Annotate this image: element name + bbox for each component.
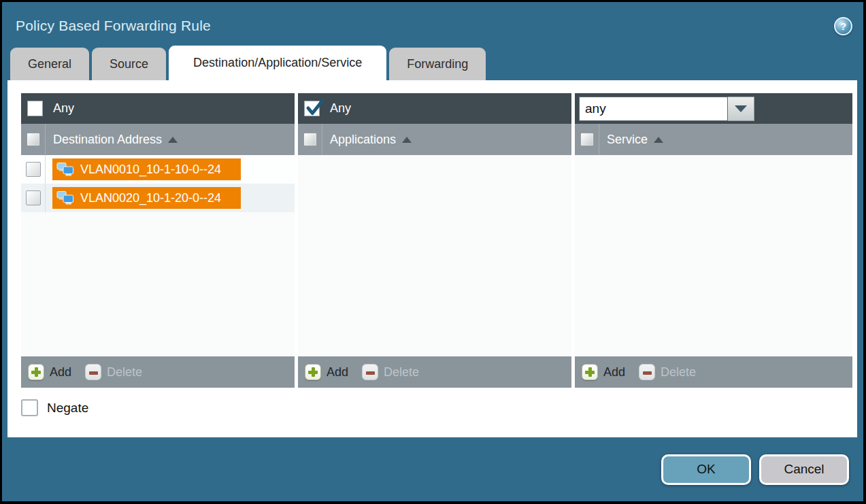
add-button-label: Add — [327, 365, 348, 380]
add-button-label: Add — [50, 365, 71, 380]
delete-button-label: Delete — [384, 365, 419, 380]
tab-forwarding[interactable]: Forwarding — [389, 48, 486, 80]
applications-header: Applications — [298, 124, 571, 155]
applications-any-checkbox[interactable] — [304, 101, 320, 116]
service-select-all-checkbox[interactable] — [580, 133, 594, 146]
table-row[interactable]: VLAN0020_10-1-20-0--24 — [21, 184, 295, 212]
dialog-title: Policy Based Forwarding Rule — [16, 18, 211, 34]
service-footer-bar: Add Delete — [575, 356, 852, 388]
cancel-button[interactable]: Cancel — [759, 454, 849, 485]
destination-address-header-label: Destination Address — [53, 133, 162, 147]
destination-delete-button[interactable]: Delete — [85, 364, 142, 380]
applications-footer-bar: Add Delete — [298, 356, 571, 388]
service-type-value[interactable]: any — [579, 97, 728, 121]
tab-bar: General Source Destination/Application/S… — [2, 46, 863, 80]
delete-icon — [85, 364, 101, 380]
row-checkbox[interactable] — [26, 190, 41, 205]
tab-content: Any Destination Address — [7, 80, 857, 437]
service-header: Service — [575, 124, 852, 155]
tab-general[interactable]: General — [10, 48, 89, 80]
row-checkbox-cell — [21, 155, 46, 184]
delete-button-label: Delete — [107, 365, 142, 380]
service-delete-button[interactable]: Delete — [639, 364, 696, 380]
applications-header-checkbox-cell — [298, 124, 322, 155]
destination-address-list: VLAN0010_10-1-10-0--24 — [21, 155, 295, 356]
destination-select-all-checkbox[interactable] — [27, 133, 40, 146]
row-checkbox-cell — [21, 184, 46, 212]
applications-any-label: Any — [330, 101, 351, 116]
service-header-label: Service — [607, 133, 648, 147]
tab-destination-application-service[interactable]: Destination/Application/Service — [169, 46, 386, 80]
dialog-action-bar: OK Cancel — [2, 437, 863, 501]
table-row[interactable]: VLAN0010_10-1-10-0--24 — [21, 155, 295, 184]
destination-add-button[interactable]: Add — [28, 364, 71, 380]
address-entry-label: VLAN0020_10-1-20-0--24 — [80, 191, 221, 205]
sort-ascending-icon — [654, 137, 663, 143]
screenshot-border: Policy Based Forwarding Rule ? General S… — [0, 0, 866, 504]
service-add-button[interactable]: Add — [582, 364, 625, 380]
destination-any-label: Any — [53, 101, 74, 116]
dialog-policy-based-forwarding-rule: Policy Based Forwarding Rule ? General S… — [2, 2, 863, 501]
dialog-titlebar: Policy Based Forwarding Rule ? — [2, 2, 863, 46]
address-entry-label: VLAN0010_10-1-10-0--24 — [80, 163, 221, 177]
service-list — [575, 155, 852, 356]
service-sort-header[interactable]: Service — [607, 133, 663, 147]
delete-icon — [362, 364, 378, 380]
row-checkbox[interactable] — [26, 162, 41, 177]
negate-checkbox[interactable] — [21, 399, 38, 416]
applications-delete-button[interactable]: Delete — [362, 364, 419, 380]
destination-header-checkbox-cell — [21, 124, 46, 155]
delete-button-label: Delete — [661, 365, 696, 380]
applications-any-bar: Any — [298, 93, 571, 124]
add-icon — [582, 364, 598, 380]
negate-label: Negate — [47, 401, 88, 416]
chevron-down-icon — [735, 105, 747, 112]
tab-source[interactable]: Source — [92, 48, 166, 80]
checkmark-icon — [305, 98, 325, 118]
destination-any-bar: Any — [21, 93, 295, 124]
negate-option: Negate — [21, 399, 852, 416]
applications-header-label: Applications — [330, 133, 396, 147]
destination-footer-bar: Add Delete — [21, 356, 295, 388]
three-column-layout: Any Destination Address — [21, 93, 852, 388]
add-icon — [28, 364, 44, 380]
destination-address-header: Destination Address — [21, 124, 295, 155]
sort-ascending-icon — [402, 137, 412, 143]
service-dropdown-bar: any — [575, 93, 852, 124]
add-button-label: Add — [603, 365, 625, 380]
applications-list — [298, 155, 571, 356]
address-entry-vlan0020[interactable]: VLAN0020_10-1-20-0--24 — [52, 187, 241, 209]
add-icon — [305, 364, 321, 380]
applications-add-button[interactable]: Add — [305, 364, 348, 380]
applications-sort-header[interactable]: Applications — [330, 133, 412, 147]
applications-panel: Any Applications Add — [298, 93, 571, 388]
service-type-dropdown-button[interactable] — [728, 97, 754, 121]
applications-select-all-checkbox[interactable] — [303, 133, 317, 146]
sort-ascending-icon — [168, 137, 178, 143]
service-header-checkbox-cell — [575, 124, 599, 155]
delete-icon — [639, 364, 655, 380]
network-icon — [56, 162, 74, 178]
network-icon — [56, 190, 74, 206]
destination-address-panel: Any Destination Address — [21, 93, 295, 388]
address-entry-vlan0010[interactable]: VLAN0010_10-1-10-0--24 — [52, 158, 241, 180]
ok-button[interactable]: OK — [661, 454, 751, 485]
service-panel: any Service — [575, 93, 852, 388]
service-type-dropdown: any — [579, 97, 754, 121]
help-icon[interactable]: ? — [834, 17, 852, 35]
destination-address-sort-header[interactable]: Destination Address — [53, 133, 178, 147]
destination-any-checkbox[interactable] — [27, 101, 43, 116]
